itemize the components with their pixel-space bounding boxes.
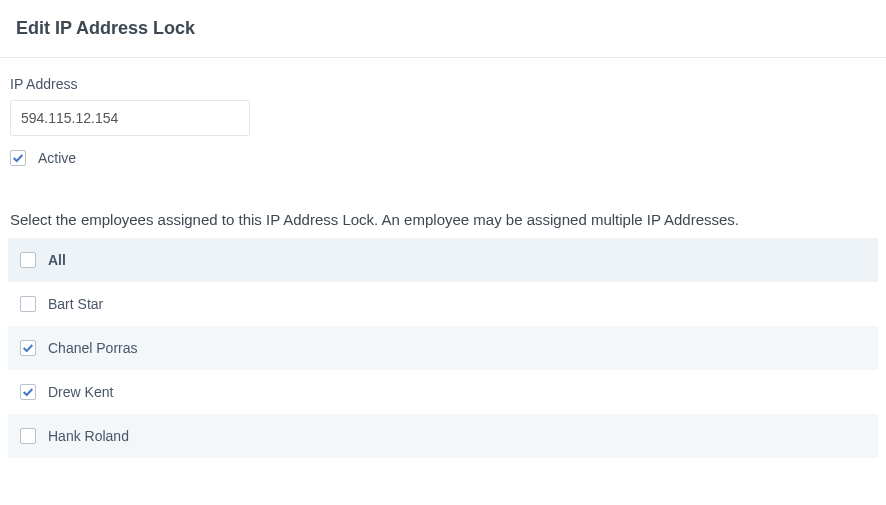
employee-checkbox[interactable] — [20, 384, 36, 400]
check-icon — [12, 152, 24, 164]
employee-all-row: All — [8, 238, 878, 282]
employee-row: Hank Roland — [8, 414, 878, 458]
active-row: Active — [10, 150, 876, 166]
all-checkbox[interactable] — [20, 252, 36, 268]
employee-checkbox[interactable] — [20, 340, 36, 356]
employee-name: Chanel Porras — [48, 340, 138, 356]
employee-name: Hank Roland — [48, 428, 129, 444]
employee-checkbox[interactable] — [20, 428, 36, 444]
check-icon — [22, 342, 34, 354]
employee-checkbox[interactable] — [20, 296, 36, 312]
ip-address-label: IP Address — [10, 76, 876, 92]
ip-form-section: IP Address Active — [0, 58, 886, 176]
check-icon — [22, 386, 34, 398]
employee-row: Drew Kent — [8, 370, 878, 414]
ip-address-input[interactable] — [10, 100, 250, 136]
active-checkbox[interactable] — [10, 150, 26, 166]
active-label: Active — [38, 150, 76, 166]
employee-list: All Bart Star Chanel Porras Drew Kent Ha… — [8, 238, 878, 458]
employee-row: Chanel Porras — [8, 326, 878, 370]
employee-name: Drew Kent — [48, 384, 113, 400]
employee-name: Bart Star — [48, 296, 103, 312]
instruction-text: Select the employees assigned to this IP… — [0, 211, 886, 228]
page-header: Edit IP Address Lock — [0, 0, 886, 57]
page-title: Edit IP Address Lock — [16, 18, 870, 39]
employee-row: Bart Star — [8, 282, 878, 326]
all-label: All — [48, 252, 66, 268]
